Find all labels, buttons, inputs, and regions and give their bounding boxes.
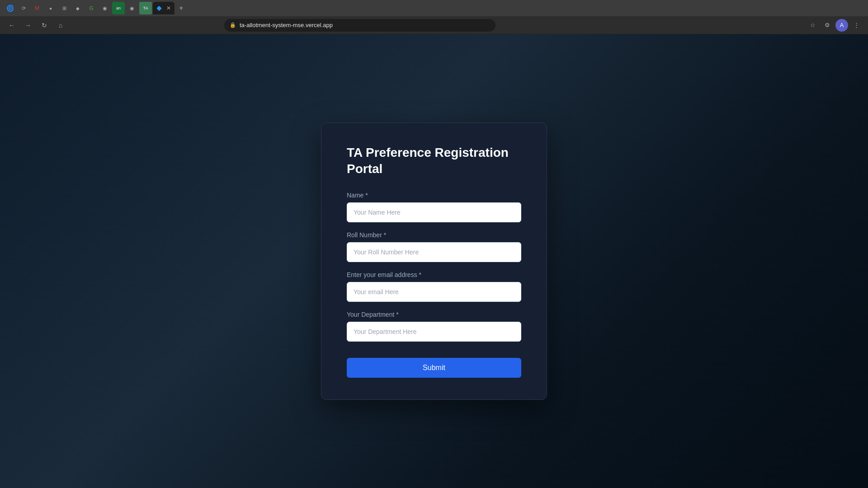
main-content: TA Preference Registration Portal Name *… xyxy=(0,34,868,488)
tab-bar: 🌀 ⟳ M ● ⊞ ◆ G ◉ an ◉ TA 🔷 ✕ + xyxy=(0,0,868,16)
email-input[interactable] xyxy=(347,282,521,302)
name-field-group: Name * xyxy=(347,192,521,222)
roll-number-label: Roll Number * xyxy=(347,231,521,239)
submit-button[interactable]: Submit xyxy=(347,358,521,378)
tab-favicon-1[interactable]: 🌀 xyxy=(4,2,16,14)
tab-favicon-6[interactable]: ◆ xyxy=(71,2,84,14)
tab-active[interactable]: TA xyxy=(139,2,152,14)
active-tab[interactable]: 🔷 ✕ xyxy=(153,2,175,14)
roll-number-input[interactable] xyxy=(347,242,521,262)
department-label: Your Department * xyxy=(347,311,521,318)
browser-chrome: 🌀 ⟳ M ● ⊞ ◆ G ◉ an ◉ TA 🔷 ✕ + ← → ↻ ⌂ 🔒 … xyxy=(0,0,868,34)
address-bar: ← → ↻ ⌂ 🔒 ta-allotment-system-mse.vercel… xyxy=(0,16,868,34)
name-label: Name * xyxy=(347,192,521,199)
name-required-star: * xyxy=(365,192,368,199)
home-button[interactable]: ⌂ xyxy=(54,19,67,32)
roll-number-field-group: Roll Number * xyxy=(347,231,521,262)
tab-favicon-2[interactable]: ⟳ xyxy=(17,2,30,14)
tab-favicon-3[interactable]: M xyxy=(31,2,43,14)
new-tab-button[interactable]: + xyxy=(175,2,193,14)
toolbar-right: ☆ ⚙ A ⋮ xyxy=(807,19,863,32)
tab-favicon-5[interactable]: ⊞ xyxy=(58,2,71,14)
menu-button[interactable]: ⋮ xyxy=(850,19,863,32)
dept-required-star: * xyxy=(396,311,398,318)
active-tab-favicon: 🔷 xyxy=(156,6,162,11)
email-required-star: * xyxy=(419,271,421,278)
profile-button[interactable]: A xyxy=(835,19,848,32)
email-label: Enter your email address * xyxy=(347,271,521,278)
forward-button[interactable]: → xyxy=(22,19,34,32)
tab-favicon-9[interactable]: an xyxy=(112,2,125,14)
name-input[interactable] xyxy=(347,202,521,222)
bookmark-button[interactable]: ☆ xyxy=(807,19,819,32)
department-field-group: Your Department * xyxy=(347,311,521,342)
registration-form-card: TA Preference Registration Portal Name *… xyxy=(321,122,547,400)
back-button[interactable]: ← xyxy=(5,19,18,32)
tab-favicon-4[interactable]: ● xyxy=(44,2,57,14)
tab-favicon-8[interactable]: ◉ xyxy=(99,2,111,14)
url-bar[interactable]: 🔒 ta-allotment-system-mse.vercel.app xyxy=(224,19,495,32)
active-tab-close[interactable]: ✕ xyxy=(166,5,171,11)
form-title: TA Preference Registration Portal xyxy=(347,145,521,178)
url-text: ta-allotment-system-mse.vercel.app xyxy=(240,22,333,28)
favicon-row: 🌀 ⟳ M ● ⊞ ◆ G ◉ an ◉ TA xyxy=(4,2,152,14)
registration-form: Name * Roll Number * Enter your email ad… xyxy=(347,192,521,378)
department-input[interactable] xyxy=(347,322,521,342)
tab-favicon-10[interactable]: ◉ xyxy=(126,2,138,14)
email-field-group: Enter your email address * xyxy=(347,271,521,302)
reload-button[interactable]: ↻ xyxy=(38,19,51,32)
tab-favicon-7[interactable]: G xyxy=(85,2,98,14)
extensions-button[interactable]: ⚙ xyxy=(821,19,834,32)
lock-icon: 🔒 xyxy=(230,22,236,28)
roll-required-star: * xyxy=(384,231,386,239)
